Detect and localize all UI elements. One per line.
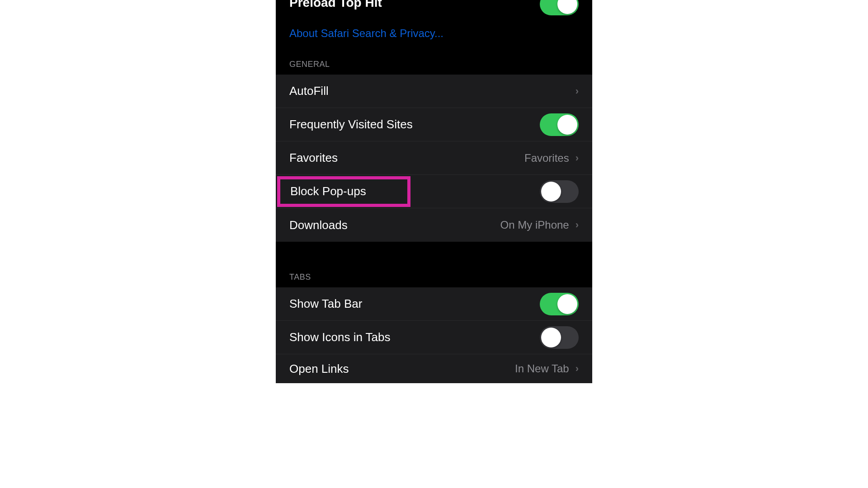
frequently-visited-row[interactable]: Frequently Visited Sites xyxy=(276,108,592,141)
show-tab-bar-label: Show Tab Bar xyxy=(289,297,362,311)
show-icons-toggle[interactable] xyxy=(540,326,579,349)
toggle-knob xyxy=(557,0,577,14)
show-icons-label: Show Icons in Tabs xyxy=(289,330,391,344)
block-popups-row[interactable]: Block Pop-ups xyxy=(276,175,592,208)
autofill-row[interactable]: AutoFill › xyxy=(276,75,592,108)
about-safari-link[interactable]: About Safari Search & Privacy... xyxy=(289,27,443,40)
favorites-row[interactable]: Favorites Favorites › xyxy=(276,141,592,175)
toggle-knob xyxy=(541,182,561,202)
show-tab-bar-toggle[interactable] xyxy=(540,293,579,315)
downloads-value: On My iPhone xyxy=(500,219,569,231)
downloads-label: Downloads xyxy=(289,218,348,232)
block-popups-label: Block Pop-ups xyxy=(289,184,366,198)
settings-panel: Preload Top Hit About Safari Search & Pr… xyxy=(276,0,592,383)
show-icons-row[interactable]: Show Icons in Tabs xyxy=(276,321,592,354)
general-title: GENERAL xyxy=(289,60,330,69)
frequently-visited-label: Frequently Visited Sites xyxy=(289,117,413,131)
autofill-label: AutoFill xyxy=(289,84,329,98)
preload-top-hit-toggle[interactable] xyxy=(540,0,579,15)
chevron-right-icon: › xyxy=(574,363,579,375)
toggle-knob xyxy=(541,328,561,347)
open-links-label: Open Links xyxy=(289,362,349,376)
preload-top-hit-row[interactable]: Preload Top Hit xyxy=(276,0,592,20)
toggle-knob xyxy=(557,294,577,314)
downloads-row[interactable]: Downloads On My iPhone › xyxy=(276,208,592,242)
tabs-title: TABS xyxy=(289,272,311,282)
chevron-right-icon: › xyxy=(574,219,579,231)
section-header-general: GENERAL xyxy=(276,47,592,75)
favorites-value: Favorites xyxy=(524,152,569,164)
about-safari-link-row[interactable]: About Safari Search & Privacy... xyxy=(276,20,592,47)
toggle-knob xyxy=(557,115,577,135)
frequently-visited-toggle[interactable] xyxy=(540,113,579,136)
chevron-right-icon: › xyxy=(574,152,579,164)
favorites-label: Favorites xyxy=(289,151,338,165)
chevron-right-icon: › xyxy=(574,85,579,97)
section-spacer xyxy=(276,242,592,264)
section-header-tabs: TABS xyxy=(276,264,592,287)
open-links-value: In New Tab xyxy=(515,362,569,375)
preload-top-hit-label: Preload Top Hit xyxy=(289,0,382,10)
open-links-row[interactable]: Open Links In New Tab › xyxy=(276,354,592,383)
block-popups-toggle[interactable] xyxy=(540,180,579,203)
show-tab-bar-row[interactable]: Show Tab Bar xyxy=(276,287,592,321)
